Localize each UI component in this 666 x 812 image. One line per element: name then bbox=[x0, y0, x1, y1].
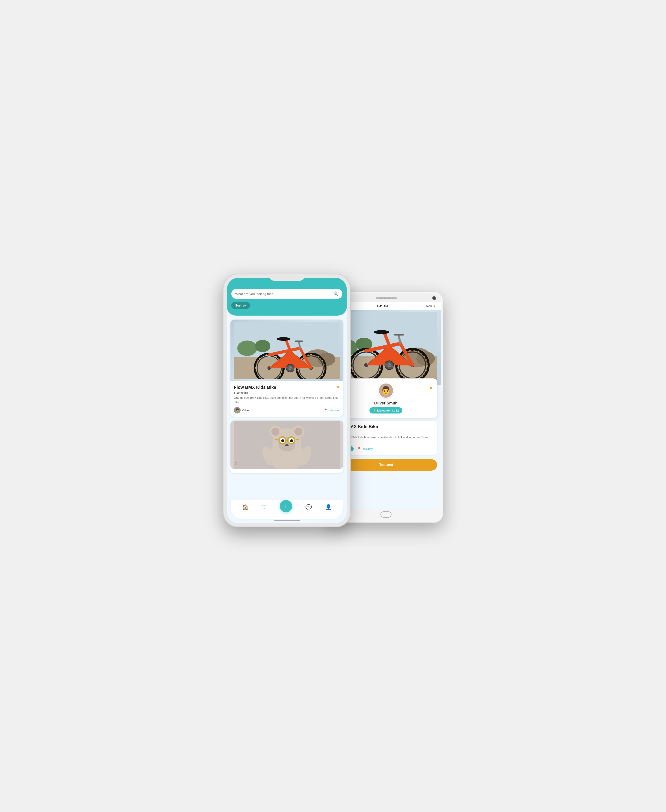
location-text: Hackney bbox=[328, 408, 340, 412]
detail-description: ange flow BMX kids bike, used condition … bbox=[338, 435, 434, 444]
heart-nav-icon: ♡ bbox=[262, 504, 267, 510]
svg-line-41 bbox=[296, 440, 299, 440]
svg-point-62 bbox=[374, 330, 389, 334]
sort-button[interactable]: Sort ↕≡ bbox=[231, 302, 250, 309]
bike-card-body: Flow BMX Kids Bike ♥ 5-10 years Orange f… bbox=[231, 381, 343, 417]
iphone-header: 🔍 Sort ↕≡ bbox=[227, 278, 347, 316]
seller-name: Oliver bbox=[242, 408, 250, 412]
seller-card-top: 👨 ♥ bbox=[339, 383, 433, 398]
bike-image bbox=[231, 319, 343, 381]
location-pin-icon: 📍 bbox=[324, 408, 328, 412]
detail-footer: Big Stuff 📍 Hackney bbox=[338, 447, 434, 451]
nav-profile[interactable]: 👤 bbox=[325, 504, 332, 510]
listed-badge: ★ Listed items: 12 bbox=[369, 407, 402, 413]
seller-card-name: Oliver Smith bbox=[339, 401, 433, 405]
android-speaker-grille bbox=[376, 297, 397, 299]
search-icon[interactable]: 🔍 bbox=[333, 291, 338, 296]
warning-icon: ⚠ bbox=[234, 460, 238, 466]
iphone-content: Flow BMX Kids Bike ♥ 5-10 years Orange f… bbox=[227, 316, 347, 523]
detail-location-text: Hackney bbox=[362, 447, 373, 451]
battery-status: 100% 🔋 bbox=[426, 305, 436, 308]
seller-heart-icon[interactable]: ♥ bbox=[429, 385, 432, 391]
search-input[interactable] bbox=[235, 292, 333, 296]
bike-listing-card[interactable]: Flow BMX Kids Bike ♥ 5-10 years Orange f… bbox=[231, 319, 343, 417]
battery-label: 100% bbox=[426, 305, 432, 308]
nav-add-button[interactable]: + bbox=[280, 500, 292, 512]
teddy-listing-card[interactable]: ♥ ⚠ bbox=[231, 420, 343, 473]
svg-point-4 bbox=[237, 341, 257, 356]
svg-line-40 bbox=[275, 440, 278, 440]
star-icon: ★ bbox=[373, 408, 376, 412]
seller-avatar: 👨 bbox=[234, 407, 241, 413]
bike-card-footer: 👨 Oliver 📍 Hackney bbox=[234, 407, 340, 413]
svg-point-17 bbox=[277, 337, 290, 341]
svg-point-3 bbox=[318, 352, 335, 366]
svg-point-30 bbox=[294, 428, 302, 435]
teddy-image: ♥ ⚠ bbox=[231, 420, 343, 469]
listed-label: Listed items: 12 bbox=[377, 409, 399, 412]
sort-icon: ↕≡ bbox=[243, 304, 246, 307]
sort-label: Sort bbox=[235, 304, 241, 307]
bike-age-range: 5-10 years bbox=[234, 391, 340, 394]
svg-point-28 bbox=[271, 428, 279, 435]
svg-point-36 bbox=[285, 444, 288, 447]
detail-location-pin-icon: 📍 bbox=[357, 447, 361, 451]
home-icon: 🏠 bbox=[242, 504, 249, 510]
profile-icon: 👤 bbox=[325, 504, 332, 510]
android-home-button[interactable] bbox=[381, 511, 391, 518]
nav-favorites[interactable]: ♡ bbox=[262, 504, 267, 510]
plus-icon: + bbox=[284, 503, 287, 509]
iphone-bottom-nav: 🏠 ♡ + 💬 👤 bbox=[231, 499, 343, 519]
seller-info: 👨 Oliver bbox=[234, 407, 250, 413]
svg-line-19 bbox=[299, 342, 300, 348]
status-time: 9:41 AM bbox=[377, 304, 388, 308]
card-title-row: Flow BMX Kids Bike ♥ bbox=[234, 384, 340, 390]
svg-point-5 bbox=[255, 340, 270, 352]
bike-heart-icon[interactable]: ♥ bbox=[336, 384, 340, 390]
seller-big-avatar[interactable]: 👨 bbox=[378, 383, 394, 398]
iphone-notch bbox=[269, 274, 305, 281]
detail-age-range: 0 years bbox=[338, 430, 434, 433]
detail-location: 📍 Hackney bbox=[357, 447, 373, 451]
detail-listing-title: low BMX Kids Bike bbox=[338, 424, 434, 429]
bike-description: Orange flow BMX kids bike, used conditio… bbox=[234, 396, 340, 404]
bike-card-title: Flow BMX Kids Bike bbox=[234, 385, 276, 390]
location-info: 📍 Hackney bbox=[324, 408, 340, 412]
iphone-screen: 🔍 Sort ↕≡ bbox=[227, 278, 347, 523]
nav-chat[interactable]: 💬 bbox=[305, 504, 312, 510]
search-bar[interactable]: 🔍 bbox=[231, 289, 342, 299]
chat-icon: 💬 bbox=[305, 504, 312, 510]
battery-icon: 🔋 bbox=[433, 305, 436, 308]
iphone-device: 🔍 Sort ↕≡ bbox=[223, 274, 351, 527]
front-camera bbox=[432, 296, 436, 300]
svg-text:♥: ♥ bbox=[281, 439, 283, 442]
nav-home[interactable]: 🏠 bbox=[242, 504, 249, 510]
svg-point-35 bbox=[290, 439, 293, 442]
home-indicator bbox=[274, 520, 300, 521]
